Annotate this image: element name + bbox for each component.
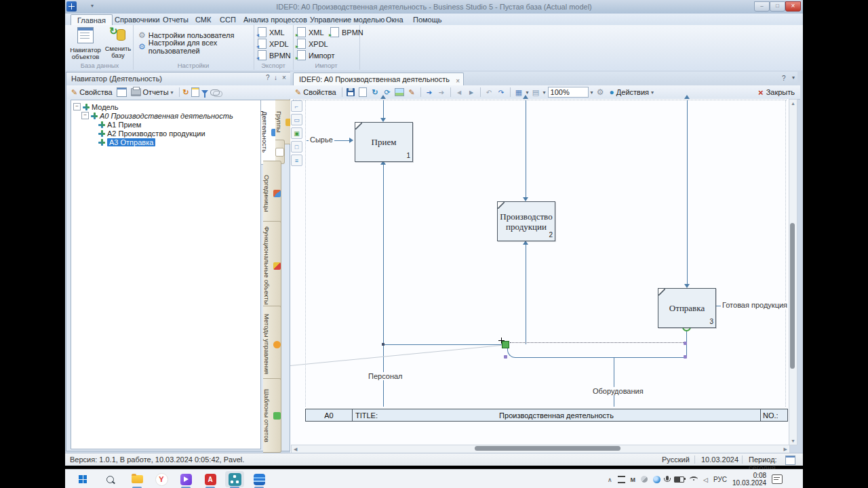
tray-sliders-icon[interactable] [618, 476, 625, 483]
format-brush-icon[interactable] [407, 87, 417, 98]
tree-item-a3-selected[interactable]: A3 Отправка [98, 138, 155, 146]
all-users-settings-button[interactable]: Настройки для всех пользователей [138, 41, 254, 52]
business-studio-button[interactable] [225, 471, 244, 487]
notification-center-icon[interactable] [772, 474, 783, 484]
navigator-tree[interactable]: Модель A0 Производственная деятельность … [71, 100, 261, 449]
vertex-handle[interactable] [684, 355, 687, 359]
diagram-properties-button[interactable]: Свойства [293, 87, 338, 98]
scroll-left-icon[interactable]: ◀ [294, 447, 297, 452]
tab-okna[interactable]: Окна [380, 14, 410, 25]
import-bpmn-button[interactable]: BPMN [330, 27, 363, 37]
copy-caret-icon[interactable] [543, 89, 546, 96]
taskbar-clock[interactable]: 0:08 10.03.2024 [732, 472, 766, 487]
side-tab-org-units[interactable]: Оргединицы [263, 161, 281, 226]
navigator-properties-button[interactable]: Свойства [69, 87, 115, 98]
selected-connector-segment[interactable] [383, 344, 503, 345]
status-language[interactable]: Русский [662, 455, 690, 464]
import-button[interactable]: Импорт [297, 50, 334, 60]
vertex-handle[interactable] [504, 355, 507, 359]
import-xml-button[interactable]: XML [297, 27, 324, 37]
tree-item-model[interactable]: Модель [73, 102, 118, 111]
expand-icon[interactable] [73, 103, 81, 110]
file-explorer-button[interactable] [127, 471, 146, 487]
arrow-label-personal[interactable]: Персонал [367, 372, 404, 380]
document-icon[interactable] [191, 87, 199, 97]
nav-forward-icon[interactable] [467, 87, 477, 98]
go-to-child-icon[interactable] [437, 87, 447, 98]
idef0-box-priem[interactable]: Прием 1 [355, 122, 413, 162]
search-button[interactable] [100, 471, 119, 487]
import-xpdl-button[interactable]: XPDL [297, 39, 328, 49]
arrow-label-syrye[interactable]: Сырье [309, 136, 334, 144]
navigator-help-icon[interactable] [266, 74, 270, 81]
horizontal-scroll-thumb[interactable] [475, 446, 620, 451]
minimize-button[interactable] [754, 1, 770, 12]
side-tab-functional-objects[interactable]: Функциональные объекты [263, 221, 281, 310]
vertical-scrollbar[interactable]: ▲ ▼ [789, 99, 797, 445]
boundary-arrow-up-icon[interactable] [380, 95, 386, 99]
acrobat-button[interactable] [201, 471, 220, 487]
diagram-settings-icon[interactable] [595, 87, 606, 98]
change-database-button[interactable]: Сменить базу [102, 27, 134, 61]
report-page-icon[interactable] [358, 87, 368, 98]
diagram-menu-caret-icon[interactable] [792, 75, 795, 81]
redo-icon[interactable] [496, 87, 507, 98]
diagram-tab[interactable]: IDEF0: A0 Производственная деятельность [293, 73, 464, 86]
vertex-handle[interactable] [684, 342, 687, 345]
boundary-arrow-up-icon[interactable] [523, 95, 528, 99]
mechanism-line-personal[interactable] [383, 165, 384, 407]
side-tab-report-templates[interactable]: Шаблоны отчетов [263, 378, 281, 453]
navigator-close-icon[interactable] [282, 74, 286, 81]
scroll-down-icon[interactable]: ▼ [791, 439, 795, 443]
box-tool-icon[interactable] [291, 114, 302, 125]
status-calendar-icon[interactable] [785, 455, 795, 465]
taskbar-language[interactable]: РУС [713, 476, 727, 483]
tree-item-a1[interactable]: A1 Прием [98, 120, 141, 129]
text-tool-icon[interactable] [291, 155, 302, 166]
idef0-box-otpravka[interactable]: Отправка 3 [658, 288, 716, 328]
volume-icon[interactable] [703, 476, 708, 483]
navigator-reports-button[interactable]: Отчеты [129, 87, 176, 97]
filter-icon[interactable] [201, 90, 208, 94]
image-export-icon[interactable] [395, 87, 405, 98]
control-arrow-otpravka[interactable] [687, 100, 688, 284]
tab-glavnaya[interactable]: Главная [71, 14, 113, 26]
export-xml-button[interactable]: XML [258, 27, 285, 37]
side-tab-management-methods[interactable]: Методы управления [263, 306, 281, 383]
tray-expand-icon[interactable] [608, 476, 612, 483]
zoom-caret-icon[interactable] [591, 89, 593, 96]
link-icon[interactable] [210, 89, 220, 96]
window-view-icon[interactable] [117, 87, 127, 97]
mechanism-line-oborudovanie[interactable] [614, 358, 614, 407]
arrow-label-gotovaya[interactable]: Готовая продукция [721, 301, 789, 309]
diagram-help-icon[interactable] [782, 75, 786, 82]
tab-pomosch[interactable]: Помощь [407, 14, 448, 25]
wifi-icon[interactable] [690, 476, 698, 482]
arrow-label-oborudovanie[interactable]: Оборудования [591, 387, 645, 395]
mechanism-line-2[interactable] [526, 245, 526, 344]
navigator-pin-icon[interactable] [274, 74, 277, 81]
undo-icon[interactable] [484, 87, 494, 98]
zoom-input[interactable] [548, 87, 589, 98]
maximize-button[interactable] [770, 1, 785, 12]
tray-app-icon[interactable] [631, 476, 636, 483]
actions-button[interactable]: Действия [608, 87, 656, 98]
status-date[interactable]: 10.03.2024 [701, 455, 738, 464]
start-button[interactable] [73, 471, 92, 487]
nav-back-icon[interactable] [454, 87, 465, 98]
microphone-icon[interactable] [666, 476, 669, 481]
refresh-icon[interactable] [183, 88, 189, 97]
vertical-scroll-thumb[interactable] [790, 223, 795, 369]
export-bpmn-button[interactable]: BPMN [258, 50, 291, 60]
tree-item-a2[interactable]: A2 Производство продукции [98, 129, 205, 138]
connector-endpoint-dot[interactable] [382, 343, 384, 346]
go-to-parent-icon[interactable] [425, 87, 435, 98]
tree-item-a0[interactable]: A0 Производственная деятельность [81, 111, 233, 120]
save-icon[interactable] [346, 87, 356, 98]
yandex-browser-button[interactable] [152, 471, 171, 487]
clipchamp-button[interactable] [176, 471, 195, 487]
export-xpdl-button[interactable]: XPDL [258, 39, 289, 49]
scroll-up-icon[interactable]: ▲ [791, 101, 795, 106]
boundary-arrow-up-icon[interactable] [684, 95, 690, 99]
scroll-right-icon[interactable]: ▶ [784, 447, 787, 452]
